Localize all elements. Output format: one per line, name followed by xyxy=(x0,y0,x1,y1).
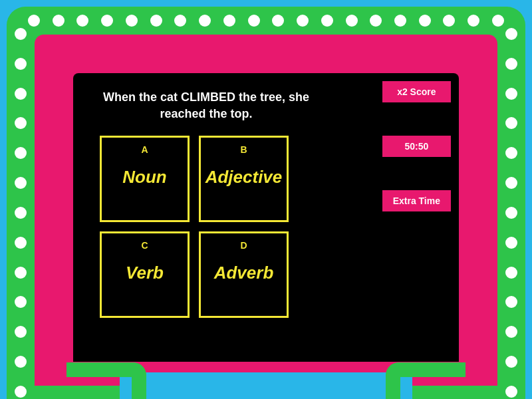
dot xyxy=(297,15,309,27)
dot xyxy=(443,15,455,27)
dot xyxy=(15,356,27,368)
answer-label-c: Verb xyxy=(126,263,164,283)
dot xyxy=(419,15,431,27)
dot xyxy=(467,15,479,27)
connector-left xyxy=(66,362,146,399)
dot xyxy=(15,147,27,159)
dot xyxy=(505,58,517,70)
question-text: When the cat CLIMBED the tree, she reach… xyxy=(100,89,313,122)
dot xyxy=(15,326,27,338)
dot xyxy=(505,296,517,308)
dot xyxy=(15,58,27,70)
dots-top xyxy=(27,13,505,28)
dot xyxy=(174,15,186,27)
dot xyxy=(370,15,382,27)
answers-grid: A Noun B Adjective C Verb D Adverb xyxy=(100,136,289,318)
dot xyxy=(505,147,517,159)
dot xyxy=(28,15,40,27)
dot xyxy=(150,15,162,27)
x2score-button[interactable]: x2 Score xyxy=(382,81,451,102)
dot xyxy=(101,15,113,27)
dot xyxy=(15,207,27,219)
green-frame: When the cat CLIMBED the tree, she reach… xyxy=(7,7,525,399)
dot xyxy=(505,117,517,129)
dot xyxy=(15,296,27,308)
dot xyxy=(53,15,65,27)
dots-left xyxy=(13,27,28,399)
dot xyxy=(492,15,504,27)
dot xyxy=(76,15,88,27)
dot xyxy=(15,177,27,189)
connector-right xyxy=(386,362,466,399)
answer-box-b[interactable]: B Adjective xyxy=(199,136,289,222)
dot xyxy=(394,15,406,27)
answer-label-a: Noun xyxy=(122,167,166,188)
dot xyxy=(505,207,517,219)
dot xyxy=(505,267,517,279)
extratime-button[interactable]: Extra Time xyxy=(382,190,451,211)
answer-letter-d: D xyxy=(240,240,247,251)
question-highlight: CLIMBED xyxy=(181,90,235,104)
dot xyxy=(272,15,284,27)
answer-letter-c: C xyxy=(141,240,148,251)
dot xyxy=(223,15,235,27)
answer-box-c[interactable]: C Verb xyxy=(100,231,190,318)
answer-box-d[interactable]: D Adverb xyxy=(199,231,289,318)
dot xyxy=(321,15,333,27)
dot xyxy=(505,28,517,40)
fifty50-button[interactable]: 50:50 xyxy=(382,136,451,157)
dot xyxy=(15,237,27,249)
answer-label-b: Adjective xyxy=(205,167,283,188)
dot xyxy=(199,15,211,27)
pink-frame: When the cat CLIMBED the tree, she reach… xyxy=(35,35,497,386)
question-text-before: When the cat xyxy=(103,90,181,104)
answer-label-d: Adverb xyxy=(214,263,274,283)
dot xyxy=(505,356,517,368)
outer-frame: When the cat CLIMBED the tree, she reach… xyxy=(0,0,532,399)
dot xyxy=(15,117,27,129)
dot xyxy=(505,237,517,249)
dot xyxy=(15,28,27,40)
dot xyxy=(248,15,260,27)
dots-right xyxy=(504,27,519,399)
dot xyxy=(505,177,517,189)
dot xyxy=(505,326,517,338)
bottom-gap xyxy=(120,372,412,399)
dot xyxy=(505,386,517,398)
dot xyxy=(15,267,27,279)
dot xyxy=(15,88,27,100)
answer-letter-b: B xyxy=(240,144,247,155)
dot xyxy=(346,15,358,27)
dot xyxy=(15,386,27,398)
dot xyxy=(126,15,138,27)
dot xyxy=(505,88,517,100)
answer-box-a[interactable]: A Noun xyxy=(100,136,190,222)
side-buttons: x2 Score 50:50 Extra Time xyxy=(382,81,451,211)
answer-letter-a: A xyxy=(141,144,148,155)
